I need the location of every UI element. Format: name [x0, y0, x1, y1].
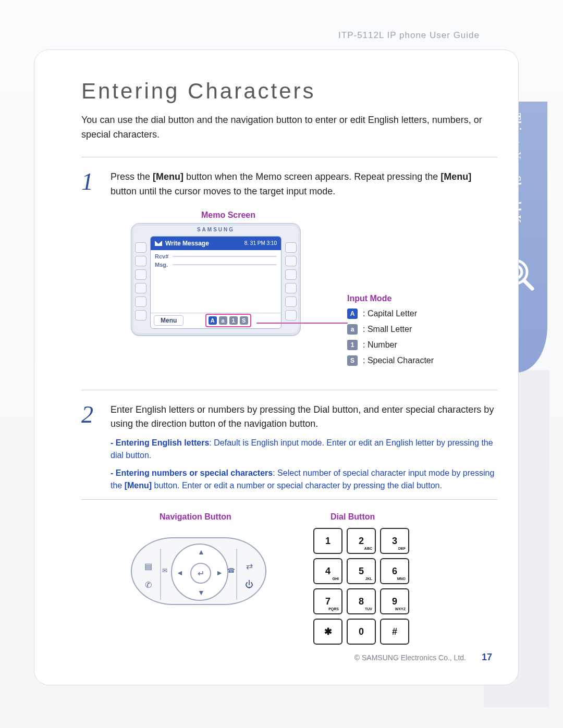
page-footer: © SAMSUNG Electronics Co., Ltd. 17	[34, 652, 518, 663]
legend-label: : Small Letter	[363, 325, 412, 334]
screen-time: 8. 31 PM 3:10	[244, 240, 277, 246]
arrow-right-icon: ►	[216, 569, 223, 577]
arrow-left-icon: ◄	[176, 569, 183, 577]
nav-slot-left-icon: ✉	[162, 567, 167, 574]
copyright: © SAMSUNG Electronics Co., Ltd.	[354, 653, 466, 662]
memo-illustration: Memo Screen SAMSUNG Write Message 8. 31	[81, 211, 497, 382]
step-body: Enter English letters or numbers by pres…	[111, 403, 497, 492]
svg-line-2	[524, 280, 532, 289]
sub-text: button. Enter or edit a number or specia…	[152, 481, 442, 490]
softkey	[135, 310, 146, 320]
step-2: 2 Enter English letters or numbers by pr…	[81, 403, 497, 492]
step-text: button when the Memo screen appears. Rep…	[186, 171, 440, 182]
mode-badge-special: S	[240, 316, 248, 325]
softkeys-left	[135, 242, 146, 324]
step-bold: [Menu]	[440, 171, 471, 182]
key-8: 8TUV	[347, 588, 376, 614]
divider	[81, 499, 497, 500]
step-1: 1 Press the [Menu] button when the Memo …	[81, 170, 497, 199]
softkey	[285, 269, 297, 280]
step-text: Enter English letters or numbers by pres…	[111, 404, 494, 429]
sub-lead: - Entering numbers or special characters	[111, 468, 273, 477]
legend-label: : Capital Letter	[363, 309, 417, 318]
softkey	[135, 297, 146, 307]
device-screen: Write Message 8. 31 PM 3:10 Rcv# Msg. Me…	[150, 236, 282, 329]
page-number: 17	[482, 652, 492, 663]
field-line	[173, 264, 277, 265]
step-sub: - Entering English letters: Default is E…	[111, 437, 497, 462]
callout-line	[256, 323, 348, 324]
page: ITP-5112L IP phone User Guide Things You…	[0, 0, 563, 728]
step-text: Press the	[111, 171, 153, 182]
softkey	[135, 256, 146, 266]
key-9: 9WXYZ	[380, 588, 409, 614]
intro-text: You can use the dial button and the navi…	[81, 113, 497, 142]
key-5: 5JKL	[347, 558, 376, 584]
navigation-button-title: Navigation Button	[160, 512, 231, 522]
sub-lead: - Entering English letters	[111, 438, 209, 447]
softkey	[135, 242, 146, 253]
legend-item: S: Special Character	[347, 355, 434, 366]
step-sub: - Entering numbers or special characters…	[111, 467, 497, 492]
input-mode-legend: Input Mode A: Capital Letter a: Small Le…	[347, 294, 434, 371]
softkey	[285, 283, 297, 293]
screen-title: Write Message	[165, 240, 209, 247]
step-text: button until the cursor moves to the tar…	[111, 186, 335, 196]
content-panel: Entering Characters You can use the dial…	[34, 50, 519, 685]
nav-center-icon: ↵	[190, 563, 211, 584]
input-mode-title: Input Mode	[347, 294, 434, 303]
legend-item: 1: Number	[347, 340, 434, 350]
mode-badge-capital: A	[209, 316, 217, 325]
nav-ring: ▲ ▼ ◄ ► ↵	[171, 544, 228, 601]
key-7: 7PQRS	[313, 588, 342, 614]
buttons-illustration: Navigation Button Dial Button ▤ ✆ ⇄ ⏻ ▲ …	[81, 512, 497, 653]
dial-button-title: Dial Button	[331, 512, 375, 522]
page-title: Entering Characters	[81, 79, 497, 104]
step-body: Press the [Menu] button when the Memo sc…	[111, 170, 497, 199]
envelope-icon	[155, 241, 162, 246]
softkey	[285, 256, 297, 266]
nav-side-icon: ✆	[139, 572, 157, 598]
badge-capital-icon: A	[347, 309, 358, 319]
softkeys-right	[285, 242, 297, 324]
dial-pad: 1 2ABC 3DEF 4GHI 5JKL 6MNO 7PQRS 8TUV 9W…	[313, 528, 409, 645]
screen-header: Write Message 8. 31 PM 3:10	[151, 237, 281, 250]
legend-item: A: Capital Letter	[347, 309, 434, 319]
legend-item: a: Small Letter	[347, 324, 434, 335]
screen-menubar: Menu A a 1 S	[151, 313, 281, 328]
nav-side-icon: ⏻	[240, 572, 258, 598]
softkey	[135, 269, 146, 280]
key-3: 3DEF	[380, 528, 409, 554]
badge-number-icon: 1	[347, 340, 358, 350]
badge-special-icon: S	[347, 355, 358, 366]
mode-badge-number: 1	[229, 316, 238, 325]
divider	[81, 157, 497, 157]
softkey	[285, 297, 297, 307]
key-1: 1	[313, 528, 342, 554]
sub-bold: [Menu]	[125, 481, 152, 490]
key-4: 4GHI	[313, 558, 342, 584]
nav-slot-right-icon: ☎	[227, 567, 235, 574]
softkey	[135, 283, 146, 293]
nav-divider	[160, 549, 161, 600]
key-2: 2ABC	[347, 528, 376, 554]
badge-small-icon: a	[347, 324, 358, 335]
softkey	[285, 310, 297, 320]
phone-device: SAMSUNG Write Message 8. 31 PM 3:10	[131, 223, 301, 336]
key-6: 6MNO	[380, 558, 409, 584]
memo-title: Memo Screen	[201, 211, 255, 220]
arrow-up-icon: ▲	[198, 548, 205, 556]
softkey	[285, 242, 297, 253]
device-brand: SAMSUNG	[131, 227, 300, 232]
menu-chip: Menu	[154, 315, 183, 326]
step-number: 1	[81, 170, 98, 199]
key-hash: #	[380, 619, 409, 645]
step-number: 2	[81, 403, 98, 492]
field-line	[173, 256, 277, 257]
nav-oval: ▤ ✆ ⇄ ⏻ ▲ ▼ ◄ ► ↵ ✉ ☎	[131, 537, 266, 605]
mode-badges-highlight: A a 1 S	[205, 314, 251, 327]
divider	[81, 390, 497, 390]
mode-badge-small: a	[219, 316, 227, 325]
field-label: Msg.	[155, 262, 169, 268]
nav-divider	[236, 549, 237, 600]
